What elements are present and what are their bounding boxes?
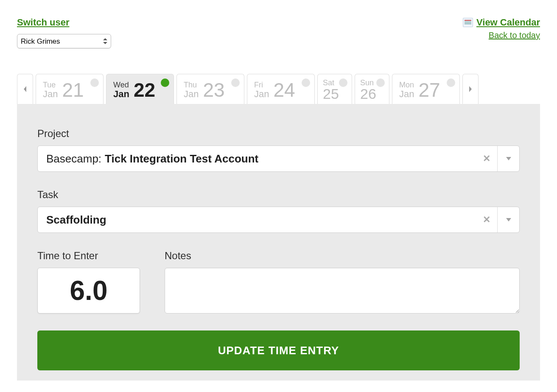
status-dot-icon (339, 78, 347, 87)
notes-label: Notes (165, 250, 520, 262)
switch-user-link[interactable]: Switch user (17, 17, 111, 28)
date-month: Jan (254, 90, 269, 99)
task-clear-button[interactable]: ✕ (476, 207, 497, 232)
date-tab[interactable]: Mon Jan 27 (392, 74, 460, 104)
close-icon: ✕ (483, 153, 490, 164)
project-select[interactable]: Basecamp: Tick Integration Test Account … (37, 146, 520, 172)
status-dot-icon (447, 78, 455, 87)
date-tab-active[interactable]: Wed Jan 22 (106, 74, 174, 104)
project-select-value: Basecamp: Tick Integration Test Account (38, 146, 476, 171)
update-time-entry-button[interactable]: UPDATE TIME ENTRY (37, 330, 520, 370)
date-tab[interactable]: Fri Jan 24 (247, 74, 315, 104)
date-weekday: Mon (399, 81, 414, 89)
task-select[interactable]: Scaffolding ✕ (37, 207, 520, 233)
svg-marker-2 (506, 157, 511, 160)
date-month: Jan (399, 90, 414, 99)
time-entry-panel: Project Basecamp: Tick Integration Test … (17, 104, 540, 381)
status-dot-icon (376, 78, 385, 87)
chevron-down-icon (506, 218, 512, 222)
chevron-right-icon (468, 85, 473, 93)
date-tab[interactable]: Tue Jan 21 (36, 74, 104, 104)
date-day: 22 (134, 78, 155, 101)
date-day: 23 (203, 78, 224, 101)
status-dot-icon (90, 78, 99, 87)
date-month: Jan (184, 90, 199, 99)
date-day: 24 (273, 78, 295, 101)
svg-marker-3 (506, 218, 511, 221)
date-weekday: Wed (113, 81, 129, 89)
date-weekday: Tue (43, 81, 58, 89)
date-tab[interactable]: Thu Jan 23 (176, 74, 244, 104)
date-prev-button[interactable] (17, 74, 33, 104)
project-label: Project (37, 128, 520, 140)
notes-textarea[interactable] (165, 268, 520, 314)
status-dot-icon (231, 78, 240, 87)
status-dot-icon (161, 78, 169, 87)
date-next-button[interactable] (462, 74, 479, 104)
date-month: Jan (43, 90, 58, 99)
date-weekday: Thu (184, 81, 199, 89)
task-dropdown-toggle[interactable] (497, 207, 519, 232)
date-day: 25 (323, 87, 339, 101)
date-day: 26 (360, 87, 376, 101)
task-label: Task (37, 189, 520, 201)
view-calendar-link[interactable]: View Calendar (476, 17, 540, 28)
svg-marker-1 (469, 86, 472, 92)
user-select[interactable]: Rick Grimes (17, 34, 111, 48)
date-strip: Tue Jan 21 Wed Jan 22 Thu Jan 23 Fri Jan… (17, 74, 540, 104)
date-tab[interactable]: Sat 25 (317, 74, 352, 104)
date-month: Jan (113, 90, 129, 99)
status-dot-icon (302, 78, 310, 87)
date-tab[interactable]: Sun 26 (355, 74, 389, 104)
time-label: Time to Enter (37, 250, 140, 262)
date-weekday: Fri (254, 81, 269, 89)
chevron-down-icon (506, 157, 512, 161)
task-select-value: Scaffolding (38, 207, 476, 232)
calendar-icon (463, 18, 473, 27)
project-dropdown-toggle[interactable] (497, 146, 519, 171)
date-day: 27 (418, 78, 440, 101)
project-clear-button[interactable]: ✕ (476, 146, 497, 171)
back-to-today-link[interactable]: Back to today (489, 31, 540, 40)
svg-marker-0 (24, 86, 26, 92)
date-day: 21 (62, 78, 84, 101)
close-icon: ✕ (483, 214, 490, 225)
chevron-left-icon (22, 85, 28, 93)
time-input[interactable] (37, 268, 140, 314)
